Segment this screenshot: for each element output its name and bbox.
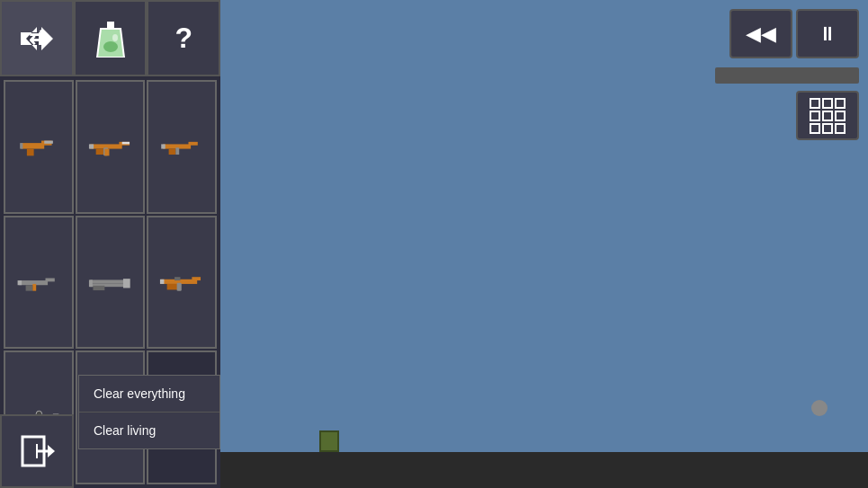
context-menu: Clear everything Clear living: [78, 375, 220, 449]
svg-rect-39: [160, 279, 165, 284]
playback-controls: ◀◀ ⏸: [729, 9, 859, 58]
svg-rect-4: [107, 22, 114, 29]
svg-rect-12: [44, 141, 53, 144]
svg-rect-51: [810, 99, 819, 108]
clear-living-button[interactable]: Clear living: [79, 413, 219, 448]
pause-icon: ⏸: [818, 22, 837, 46]
svg-rect-58: [823, 124, 832, 133]
progress-bar-container[interactable]: [715, 67, 859, 84]
svg-rect-38: [177, 283, 182, 291]
weapon-cell-6[interactable]: [147, 216, 217, 350]
svg-rect-11: [20, 143, 22, 148]
svg-rect-33: [123, 279, 130, 288]
weapon-cell-5[interactable]: [76, 216, 146, 350]
rewind-button[interactable]: ◀◀: [729, 9, 792, 58]
game-character: [811, 400, 828, 416]
svg-rect-29: [18, 280, 22, 285]
pause-button[interactable]: ⏸: [796, 9, 859, 58]
svg-rect-8: [21, 143, 44, 148]
svg-rect-22: [169, 149, 176, 155]
clear-everything-button[interactable]: Clear everything: [79, 376, 219, 413]
svg-rect-53: [836, 99, 845, 108]
svg-rect-57: [810, 124, 819, 133]
svg-rect-59: [836, 124, 845, 133]
rewind-icon: ◀◀: [746, 22, 776, 46]
svg-rect-55: [823, 111, 832, 120]
svg-rect-52: [823, 99, 832, 108]
svg-rect-24: [162, 145, 166, 149]
weapon-cell-3[interactable]: [147, 80, 217, 214]
exit-icon: [17, 431, 57, 471]
potion-button[interactable]: [74, 0, 148, 76]
swap-button[interactable]: ⇄: [0, 0, 74, 76]
toolbar: ⇄ ?: [0, 0, 220, 76]
svg-marker-62: [48, 445, 55, 457]
svg-rect-23: [176, 148, 180, 155]
svg-rect-21: [189, 142, 198, 146]
weapon-cell-1[interactable]: [4, 80, 74, 214]
game-entity: [319, 430, 339, 452]
svg-text:⇄: ⇄: [29, 26, 46, 49]
grid-toggle-button[interactable]: [796, 91, 859, 140]
svg-rect-27: [26, 285, 33, 290]
exit-button[interactable]: [0, 414, 74, 488]
svg-point-6: [103, 41, 118, 52]
svg-rect-56: [836, 111, 845, 120]
svg-rect-32: [93, 286, 104, 290]
help-button[interactable]: ?: [147, 0, 220, 76]
grid-icon: [808, 96, 847, 136]
weapon-cell-4[interactable]: [4, 216, 74, 350]
svg-rect-34: [89, 279, 93, 287]
svg-rect-19: [104, 149, 109, 156]
svg-rect-18: [121, 142, 129, 145]
svg-rect-15: [95, 149, 104, 155]
top-right-controls: ◀◀ ⏸: [706, 0, 868, 149]
svg-rect-17: [89, 145, 94, 149]
ground: [220, 452, 868, 488]
svg-rect-28: [32, 284, 36, 291]
question-mark-icon: ?: [174, 22, 192, 55]
svg-rect-10: [27, 149, 34, 156]
svg-rect-26: [46, 278, 55, 281]
svg-rect-54: [810, 111, 819, 120]
svg-rect-40: [174, 277, 180, 280]
svg-rect-36: [192, 277, 201, 280]
svg-rect-30: [90, 279, 125, 283]
weapon-cell-2[interactable]: [76, 80, 146, 214]
svg-point-7: [112, 34, 118, 41]
svg-rect-37: [167, 284, 178, 289]
